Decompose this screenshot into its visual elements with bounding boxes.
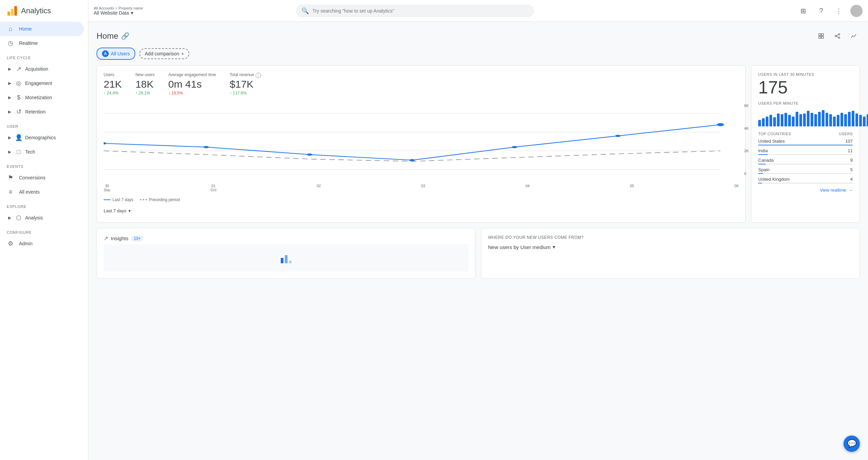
- view-realtime-link[interactable]: View realtime →: [758, 188, 853, 193]
- sidebar-item-engagement[interactable]: ▶ ◎ Engagement: [0, 76, 88, 90]
- insights-label: Insights: [111, 235, 128, 241]
- admin-icon: ⚙: [7, 240, 14, 247]
- stat-new-users-label: New users: [135, 72, 155, 77]
- app-name: Analytics: [21, 6, 51, 15]
- all-users-filter[interactable]: A All Users: [97, 48, 135, 60]
- dashboard-grid: Users 21K ↑ 24.4% New users 18K ↑ 28.1% …: [97, 65, 860, 223]
- svg-point-8: [835, 35, 836, 37]
- countries-header-label: TOP COUNTRIES: [758, 132, 791, 136]
- bar-mini: [855, 113, 858, 126]
- new-users-medium-dropdown[interactable]: New users by User medium ▾: [488, 244, 853, 250]
- search-input-wrap[interactable]: 🔍: [296, 4, 534, 17]
- sidebar-item-tech[interactable]: ▶ □ Tech: [0, 145, 88, 159]
- sidebar-item-admin[interactable]: ⚙ Admin: [0, 236, 84, 251]
- sidebar: Analytics ⌂ Home ◷ Realtime LIFE CYCLE ▶…: [0, 0, 88, 460]
- add-comparison-button[interactable]: Add comparison +: [139, 48, 189, 59]
- new-users-medium-arrow-icon: ▾: [553, 244, 555, 250]
- bar-mini: [773, 117, 776, 126]
- more-options-button[interactable]: ⋮: [833, 5, 845, 17]
- svg-point-16: [104, 142, 106, 145]
- events-section-label: EVENTS: [0, 159, 88, 171]
- country-bar-fill: [758, 164, 766, 164]
- user-avatar[interactable]: [850, 5, 863, 17]
- svg-rect-1: [11, 9, 14, 16]
- legend-last7days: Last 7 days: [104, 197, 133, 202]
- help-button[interactable]: ?: [815, 5, 827, 17]
- tech-icon: □: [15, 148, 22, 156]
- users-header-label: USERS: [839, 132, 853, 136]
- bar-mini: [803, 113, 806, 126]
- bar-mini: [784, 113, 787, 126]
- country-row: United Kingdom 4: [758, 177, 853, 183]
- customize-report-button[interactable]: [815, 30, 827, 42]
- svg-point-20: [512, 146, 517, 148]
- bar-mini: [807, 111, 810, 126]
- sidebar-item-analysis[interactable]: ▶ ⬡ Analysis: [0, 211, 88, 225]
- country-bar-bg: [758, 183, 853, 183]
- feedback-button[interactable]: 💬: [844, 436, 860, 452]
- retention-icon: ↺: [15, 108, 22, 116]
- expand-arrow-icon: ▶: [7, 109, 12, 114]
- y-label-0: 0: [744, 172, 749, 176]
- bar-mini: [796, 112, 798, 126]
- app-logo: Analytics: [0, 0, 88, 22]
- countries-header: TOP COUNTRIES USERS: [758, 132, 853, 136]
- svg-rect-2: [14, 6, 17, 16]
- country-user-count: 11: [848, 148, 853, 153]
- add-comparison-label: Add comparison: [145, 51, 179, 56]
- page-link-icon[interactable]: 🔗: [121, 32, 129, 40]
- sidebar-item-conversions[interactable]: ⚑ Conversions: [0, 171, 84, 185]
- report-icon: [818, 33, 824, 39]
- share-button[interactable]: [831, 30, 844, 42]
- bar-mini: [758, 120, 761, 126]
- breadcrumb-current[interactable]: All Website Data ▾: [94, 10, 162, 16]
- sidebar-item-acquisition[interactable]: ▶ ↗ Acquisition: [0, 62, 88, 76]
- stat-new-users-change: ↑ 28.1%: [135, 91, 155, 95]
- country-user-count: 5: [850, 167, 853, 172]
- page-title: Home 🔗: [97, 31, 129, 41]
- stat-engagement-change: ↓ 19.5%: [168, 91, 216, 95]
- stat-users-change: ↑ 24.4%: [104, 91, 122, 95]
- insights-badge: 10+: [131, 235, 143, 242]
- chart-area: 6K 4K 2K 0: [104, 102, 739, 177]
- svg-rect-3: [819, 34, 821, 36]
- sidebar-item-realtime[interactable]: ◷ Realtime: [0, 36, 84, 50]
- bar-mini: [766, 117, 768, 126]
- sidebar-item-demographics[interactable]: ▶ 👤 Demographics: [0, 130, 88, 145]
- sidebar-item-tech-label: Tech: [25, 149, 35, 155]
- realtime-count: 175: [758, 78, 853, 97]
- date-range-arrow-icon: ▾: [128, 208, 131, 213]
- sidebar-item-monetization[interactable]: ▶ $ Monetization: [0, 90, 88, 105]
- analytics-logo-icon: [7, 5, 18, 16]
- y-label-4k: 4K: [744, 126, 749, 130]
- realtime-card: USERS IN LAST 30 MINUTES 175 USERS PER M…: [751, 65, 860, 223]
- user-section-label: USER: [0, 119, 88, 130]
- demographics-icon: 👤: [15, 134, 22, 141]
- svg-rect-23: [281, 258, 283, 263]
- sidebar-item-all-events[interactable]: ≡ All events: [0, 185, 84, 199]
- legend-dashed-line: [140, 199, 147, 200]
- svg-point-21: [615, 135, 621, 137]
- svg-point-17: [204, 146, 209, 148]
- country-user-count: 107: [845, 139, 853, 144]
- sidebar-item-monetization-label: Monetization: [25, 95, 52, 100]
- insights-card-header: ↗ Insights 10+: [104, 235, 468, 242]
- sidebar-item-retention[interactable]: ▶ ↺ Retention: [0, 105, 88, 119]
- revenue-info-icon[interactable]: i: [256, 73, 261, 78]
- country-bar-bg: [758, 164, 853, 164]
- legend-solid-line: [104, 199, 110, 200]
- country-row: India 11: [758, 148, 853, 155]
- sidebar-item-home[interactable]: ⌂ Home: [0, 22, 84, 36]
- svg-rect-24: [285, 255, 288, 263]
- search-input[interactable]: [312, 8, 528, 14]
- grid-menu-button[interactable]: ⊞: [797, 5, 810, 17]
- insights-content: [104, 244, 468, 271]
- realtime-bar-chart: [758, 109, 853, 126]
- all-users-avatar: A: [102, 50, 109, 57]
- header-actions: [815, 30, 860, 42]
- compare-dates-button[interactable]: [848, 30, 860, 42]
- date-range-button[interactable]: Last 7 days ▾: [104, 206, 739, 215]
- x-label-06: 06: [734, 184, 739, 192]
- breadcrumb-path: All Accounts > Property name: [94, 6, 162, 10]
- bar-mini: [822, 110, 824, 126]
